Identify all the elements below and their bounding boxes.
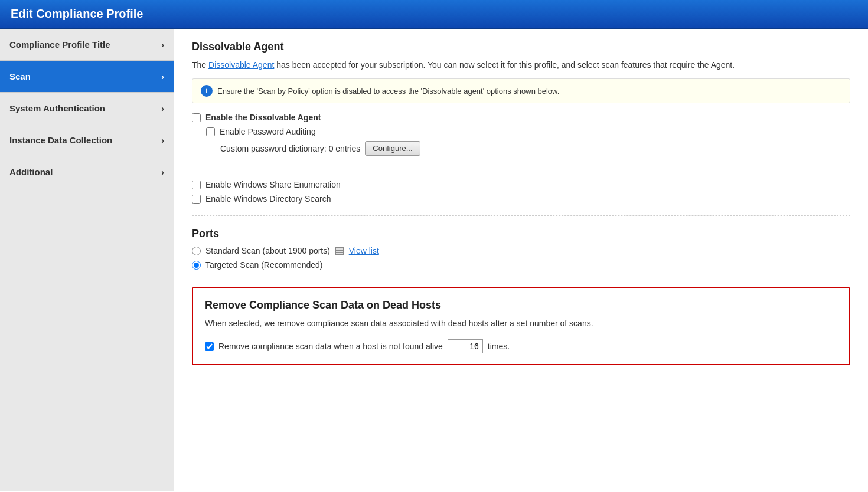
- sidebar-item-label: System Authentication: [9, 103, 105, 113]
- custom-password-row: Custom password dictionary: 0 entries Co…: [220, 141, 850, 156]
- remove-scan-box: Remove Compliance Scan Data on Dead Host…: [192, 287, 850, 365]
- enable-dissolvable-checkbox[interactable]: [192, 113, 201, 122]
- enable-dissolvable-label: Enable the Dissolvable Agent: [205, 113, 321, 122]
- enable-dissolvable-row: Enable the Dissolvable Agent: [192, 113, 850, 122]
- sidebar-item-additional[interactable]: Additional ›: [0, 156, 174, 188]
- windows-share-label: Enable Windows Share Enumeration: [205, 180, 341, 189]
- dissolvable-agent-title: Dissolvable Agent: [192, 41, 850, 53]
- standard-scan-row: Standard Scan (about 1900 ports) View li…: [192, 246, 850, 255]
- windows-directory-checkbox[interactable]: [192, 195, 201, 204]
- windows-directory-row: Enable Windows Directory Search: [192, 194, 850, 204]
- sidebar-item-scan[interactable]: Scan ›: [0, 61, 174, 93]
- chevron-right-icon: ›: [161, 136, 164, 145]
- targeted-scan-radio[interactable]: [192, 261, 201, 270]
- times-input[interactable]: [448, 339, 483, 353]
- dissolvable-agent-link[interactable]: Dissolvable Agent: [208, 60, 274, 70]
- dissolvable-agent-section: Dissolvable Agent The Dissolvable Agent …: [192, 41, 850, 204]
- sidebar-item-label: Compliance Profile Title: [9, 40, 110, 50]
- remove-scan-row: Remove compliance scan data when a host …: [205, 339, 837, 353]
- windows-share-checkbox[interactable]: [192, 181, 201, 189]
- standard-scan-label: Standard Scan (about 1900 ports) View li…: [205, 246, 379, 255]
- sidebar-item-instance-data-collection[interactable]: Instance Data Collection ›: [0, 124, 174, 156]
- main-content: Dissolvable Agent The Dissolvable Agent …: [174, 29, 868, 491]
- info-banner: i Ensure the 'Scan by Policy' option is …: [192, 78, 850, 103]
- chevron-right-icon: ›: [161, 72, 164, 81]
- dissolvable-agent-description: The Dissolvable Agent has been accepted …: [192, 59, 850, 71]
- sidebar-item-label: Scan: [9, 71, 31, 81]
- sidebar-item-system-authentication[interactable]: System Authentication ›: [0, 93, 174, 124]
- custom-password-text: Custom password dictionary: 0 entries: [220, 144, 360, 153]
- chevron-right-icon: ›: [161, 104, 164, 113]
- remove-scan-title: Remove Compliance Scan Data on Dead Host…: [205, 299, 837, 311]
- view-list-link[interactable]: View list: [349, 246, 379, 255]
- standard-scan-radio[interactable]: [192, 247, 201, 255]
- view-list-icon: [335, 247, 344, 255]
- windows-share-row: Enable Windows Share Enumeration: [192, 180, 850, 189]
- ports-title: Ports: [192, 228, 850, 240]
- page-header: Edit Compliance Profile: [0, 0, 868, 29]
- sidebar-item-compliance-profile-title[interactable]: Compliance Profile Title ›: [0, 29, 174, 61]
- remove-scan-checkbox[interactable]: [205, 342, 214, 351]
- page-title: Edit Compliance Profile: [11, 7, 143, 20]
- configure-button[interactable]: Configure...: [365, 141, 420, 156]
- sidebar-item-label: Additional: [9, 167, 53, 177]
- info-message: Ensure the 'Scan by Policy' option is di…: [217, 87, 559, 96]
- targeted-scan-row: Targeted Scan (Recommended): [192, 260, 850, 270]
- enable-password-label: Enable Password Auditing: [220, 127, 316, 136]
- times-suffix: times.: [488, 342, 510, 351]
- sidebar: Compliance Profile Title › Scan › System…: [0, 29, 174, 491]
- enable-password-checkbox[interactable]: [206, 127, 215, 136]
- divider-2: [192, 215, 850, 216]
- remove-scan-label: Remove compliance scan data when a host …: [218, 342, 443, 351]
- ports-section: Ports Standard Scan (about 1900 ports) V…: [192, 228, 850, 270]
- remove-scan-description: When selected, we remove compliance scan…: [205, 317, 837, 330]
- targeted-scan-label: Targeted Scan (Recommended): [205, 260, 322, 270]
- info-icon: i: [201, 85, 213, 97]
- chevron-right-icon: ›: [161, 168, 164, 177]
- enable-password-auditing-row: Enable Password Auditing: [206, 127, 850, 136]
- sidebar-item-label: Instance Data Collection: [9, 135, 112, 145]
- divider-1: [192, 168, 850, 168]
- chevron-right-icon: ›: [161, 40, 164, 50]
- windows-directory-label: Enable Windows Directory Search: [205, 194, 331, 204]
